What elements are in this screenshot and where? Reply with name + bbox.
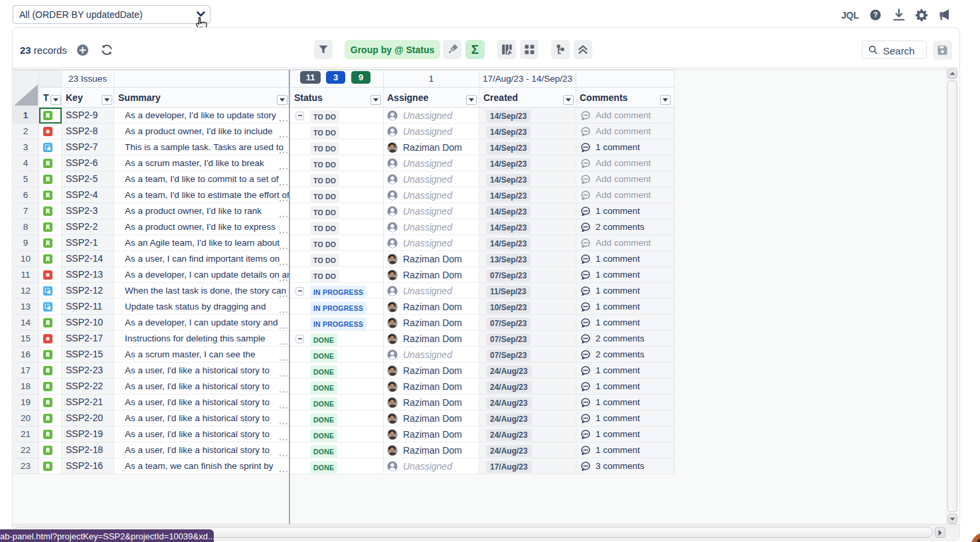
svg-text:?: ? (873, 11, 878, 19)
